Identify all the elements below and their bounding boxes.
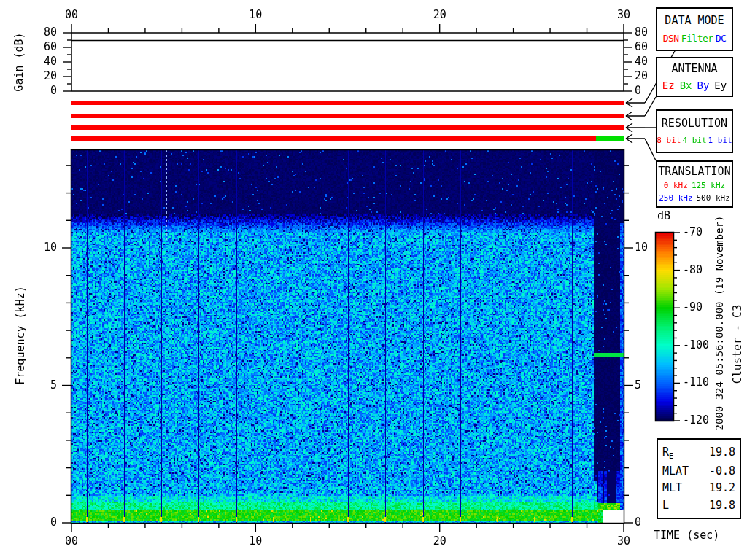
arrow-icon bbox=[626, 134, 645, 143]
arrow-icon bbox=[626, 112, 645, 120]
translation-title: TRANSLATION bbox=[658, 166, 730, 178]
data-mode-bar bbox=[71, 101, 624, 105]
wbd-spectrogram-display: Gain (dB) Frequency (kHz) 00102030 00102… bbox=[0, 0, 747, 560]
ephemeris-row-re: RE19.8 bbox=[662, 446, 735, 460]
gain-axis-label: Gain (dB) bbox=[13, 32, 26, 91]
resolution-bar bbox=[71, 125, 624, 130]
connector-antenna bbox=[645, 97, 656, 116]
resolution-bar-segment bbox=[71, 125, 624, 130]
legend-value-by: By bbox=[697, 79, 710, 91]
translation-values-row2: 250 kHz500 kHz bbox=[659, 193, 730, 203]
legend-value-ey: Ey bbox=[714, 79, 727, 91]
gain-tick-label-left: 20 bbox=[32, 70, 57, 82]
legend-value-0-khz: 0 kHz bbox=[664, 181, 688, 190]
ephemeris-value: 19.2 bbox=[709, 482, 735, 494]
translation-bar-segment bbox=[596, 136, 624, 141]
ephemeris-row-mlat: MLAT-0.8 bbox=[662, 465, 735, 478]
antenna-bar bbox=[71, 114, 624, 118]
gain-tick-label-left: 80 bbox=[32, 26, 57, 39]
legend-value-250-khz: 250 kHz bbox=[659, 193, 692, 203]
ephemeris-label: L bbox=[662, 499, 669, 512]
ephemeris-label: MLAT bbox=[662, 465, 689, 478]
translation-values-row1: 0 kHz125 kHz bbox=[664, 181, 725, 190]
time-tick-label-top: 00 bbox=[58, 9, 85, 21]
data-mode-box: DATA MODE DSNFilterDC bbox=[656, 7, 733, 51]
legend-value-8-bit: 8-bit bbox=[657, 136, 681, 145]
time-tick-label-bottom: 30 bbox=[611, 535, 637, 548]
time-tick-label-bottom: 00 bbox=[58, 535, 85, 548]
arrow-icon bbox=[626, 123, 645, 132]
ephemeris-value: 19.8 bbox=[709, 499, 735, 512]
translation-bar bbox=[71, 136, 624, 141]
spectrogram-image bbox=[71, 150, 624, 523]
data-mode-bar-segment bbox=[71, 101, 624, 105]
legend-value-dc: DC bbox=[716, 33, 727, 44]
antenna-bar-segment bbox=[71, 114, 624, 118]
connector-translation bbox=[645, 139, 656, 160]
frequency-tick-label-left: 0 bbox=[32, 516, 57, 529]
frequency-tick-label-right: 10 bbox=[635, 241, 664, 254]
ephemeris-value: 19.8 bbox=[709, 446, 735, 460]
frequency-tick-label-right: 5 bbox=[635, 379, 664, 392]
legend-value-filter: Filter bbox=[681, 33, 713, 44]
legend-value-ez: Ez bbox=[662, 79, 675, 91]
time-tick-label-bottom: 20 bbox=[427, 535, 453, 548]
gain-panel-frame bbox=[71, 33, 624, 91]
ephemeris-row-mlt: MLT19.2 bbox=[662, 482, 735, 494]
translation-bar-segment bbox=[71, 136, 596, 141]
antenna-box: ANTENNA EzBxByEy bbox=[656, 57, 733, 97]
antenna-title: ANTENNA bbox=[671, 63, 717, 75]
time-tick-label-top: 20 bbox=[427, 9, 453, 21]
legend-value-500-khz: 500 kHz bbox=[697, 193, 730, 203]
frequency-tick-label-left: 10 bbox=[32, 241, 57, 254]
resolution-box: RESOLUTION 8-bit4-bit1-bit bbox=[656, 109, 733, 153]
legend-value-dsn: DSN bbox=[663, 33, 679, 44]
spacecraft-annotation: Cluster - C3 bbox=[732, 305, 744, 384]
resolution-values: 8-bit4-bit1-bit bbox=[657, 136, 732, 145]
translation-box: TRANSLATION 0 kHz125 kHz 250 kHz500 kHz bbox=[656, 160, 733, 208]
resolution-title: RESOLUTION bbox=[662, 117, 727, 130]
ephemeris-row-l: L19.8 bbox=[662, 499, 735, 512]
ephemeris-label: RE bbox=[662, 446, 673, 460]
data-mode-title: DATA MODE bbox=[665, 15, 724, 27]
time-tick-label-bottom: 10 bbox=[242, 535, 268, 548]
data-mode-values: DSNFilterDC bbox=[663, 33, 727, 44]
legend-value-125-khz: 125 kHz bbox=[692, 181, 725, 190]
time-tick-label-top: 10 bbox=[242, 9, 268, 21]
datetime-annotation: 2000 324 05:56:00.000 (19 November) bbox=[714, 215, 725, 430]
time-tick-label-top: 30 bbox=[611, 9, 637, 21]
gain-tick-label-left: 0 bbox=[32, 85, 57, 97]
ephemeris-value: -0.8 bbox=[709, 465, 735, 478]
ephemeris-label: MLT bbox=[662, 482, 682, 494]
ephemeris-box: RE19.8MLAT-0.8MLT19.2L19.8 bbox=[657, 438, 741, 519]
legend-value-4-bit: 4-bit bbox=[682, 136, 706, 145]
gain-tick-label-left: 60 bbox=[32, 41, 57, 53]
antenna-values: EzBxByEy bbox=[662, 79, 727, 91]
legend-value-1-bit: 1-bit bbox=[708, 136, 732, 145]
colorbar-label: dB bbox=[657, 210, 670, 222]
frequency-tick-label-left: 5 bbox=[32, 379, 57, 392]
arrow-icon bbox=[626, 98, 645, 107]
colorbar-gradient bbox=[656, 233, 673, 421]
time-axis-label: TIME (sec) bbox=[654, 529, 719, 542]
frequency-axis-label: Frequency (kHz) bbox=[15, 286, 27, 384]
gain-tick-label-left: 40 bbox=[32, 55, 57, 68]
legend-value-bx: Bx bbox=[680, 79, 692, 91]
